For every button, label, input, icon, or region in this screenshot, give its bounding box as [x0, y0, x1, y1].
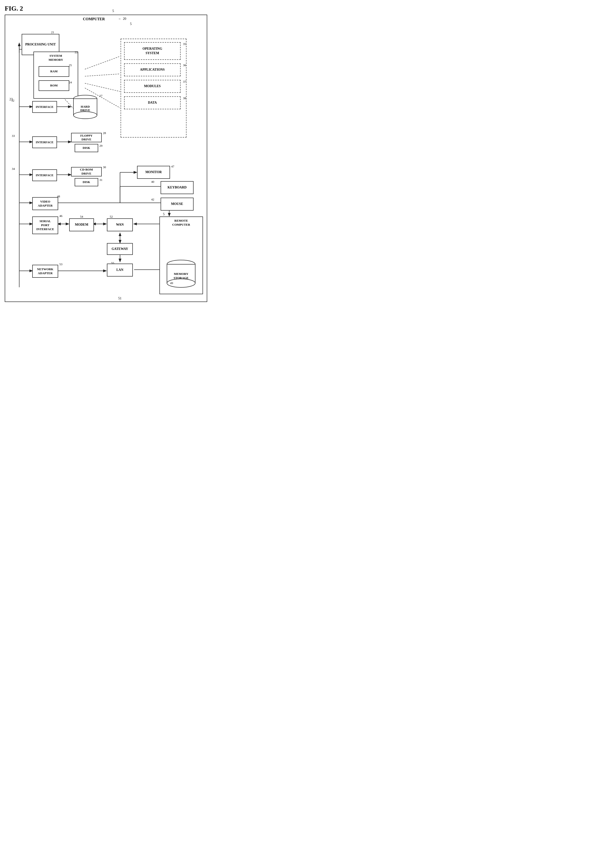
cdrom-drive-num: 30 — [103, 165, 106, 169]
network-adapter-box: NETWORKADAPTER — [32, 265, 58, 278]
wan-num: 52 — [110, 215, 113, 219]
interface2-num: 33 — [12, 134, 15, 138]
remote-computer-outer: REMOTECOMPUTER MEMORY STORAGE — [159, 217, 203, 294]
modules-num: 37 — [183, 80, 186, 84]
memory-storage-num: 49 — [170, 281, 173, 285]
floppy-disk-num: 29 — [99, 144, 102, 148]
wan-box: WAN — [107, 219, 133, 231]
data-num: 38 — [183, 96, 186, 100]
data-box: DATA — [124, 96, 181, 109]
num-51: 51 — [118, 296, 122, 300]
cdrom-disk-num: 31 — [99, 178, 102, 182]
ram-num: 25 — [69, 64, 72, 67]
interface1-box: INTERFACE — [32, 101, 57, 113]
lan-num: 55 — [111, 261, 114, 265]
applications-num: 36 — [183, 64, 186, 67]
fig-title: FIG. 2 — [5, 5, 207, 12]
remote-computer-num: 5 — [163, 212, 165, 216]
video-adapter-box: VIDEOADAPTER — [32, 197, 58, 210]
ram-box: RAM — [39, 66, 69, 77]
monitor-box: MONITOR — [137, 166, 170, 179]
svg-line-32 — [85, 56, 120, 69]
diagram-container: COMPUTER ← 20 5 PROCESSING UNIT 21 23 SY… — [5, 15, 207, 302]
video-adapter-num: 48 — [57, 195, 60, 198]
interface1-num: 32 — [11, 99, 14, 102]
floppy-drive-box: FLOPPYDRIVE — [71, 133, 102, 142]
svg-line-34 — [85, 83, 120, 91]
modules-box: MODULES — [124, 80, 181, 93]
rom-box: ROM — [39, 80, 69, 91]
os-box: OPERATINGSYSTEM — [124, 42, 181, 60]
interface3-num: 34 — [12, 167, 15, 171]
keyboard-num: 40 — [151, 180, 154, 184]
interface2-box: INTERFACE — [32, 136, 57, 148]
cdrom-drive-box: CD-ROMDRIVE — [71, 167, 102, 177]
cdrom-disk-box: DISK — [75, 178, 98, 186]
applications-box: APPLICATIONS — [124, 64, 181, 76]
outside-arrow-label: 5 — [112, 9, 114, 13]
hard-drive-cylinder: HARD DRIVE — [72, 94, 98, 120]
interface3-box: INTERFACE — [32, 169, 57, 181]
network-adapter-num: 53 — [59, 262, 62, 266]
hard-drive-num: 27 — [99, 94, 102, 98]
svg-text:STORAGE: STORAGE — [173, 276, 189, 280]
system-memory-box: SYSTEMMEMORY RAM ROM — [33, 51, 78, 99]
gateway-box: GATEWAY — [107, 243, 133, 255]
floppy-disk-box: DISK — [75, 144, 98, 152]
os-num: 35 — [183, 42, 186, 46]
svg-text:MEMORY: MEMORY — [174, 272, 189, 276]
computer-arrow: ← — [118, 17, 122, 21]
modem-num: 54 — [80, 215, 83, 219]
computer-num: 20 — [123, 17, 126, 21]
svg-text:DRIVE: DRIVE — [80, 108, 90, 112]
computer-label: COMPUTER — [83, 17, 105, 21]
svg-line-33 — [85, 74, 120, 76]
svg-text:HARD: HARD — [81, 105, 90, 108]
keyboard-box: KEYBOARD — [161, 181, 193, 194]
fig5-label: 5 — [130, 22, 132, 26]
rom-num: 24 — [69, 81, 72, 84]
serial-port-num: 46 — [59, 214, 62, 218]
mouse-box: MOUSE — [161, 198, 193, 211]
processing-unit-num: 21 — [51, 30, 54, 34]
mouse-num: 42 — [151, 198, 154, 202]
serial-port-box: SERIALPORTINTERFACE — [32, 217, 58, 234]
monitor-num: 47 — [171, 165, 174, 168]
system-memory-num: 22 — [75, 50, 78, 54]
lan-box: LAN — [107, 264, 133, 276]
floppy-drive-num: 28 — [103, 131, 106, 135]
modem-box: MODEM — [69, 219, 94, 231]
svg-point-38 — [73, 112, 97, 119]
